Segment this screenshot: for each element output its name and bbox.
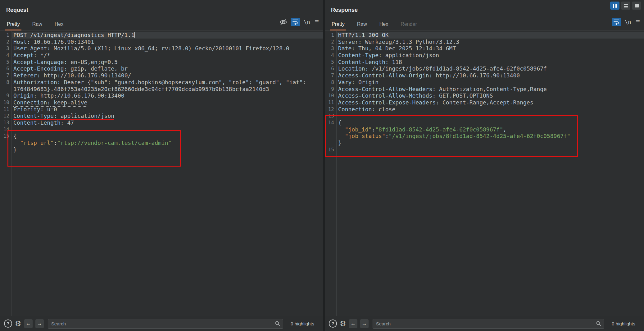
request-editor-toolbar: \n ≡ bbox=[279, 18, 320, 26]
line-number: 13 bbox=[0, 119, 11, 126]
window-layout-buttons bbox=[610, 2, 641, 10]
line-number bbox=[0, 86, 11, 93]
request-panel-title: Request bbox=[6, 7, 28, 13]
word-wrap-icon bbox=[613, 19, 619, 25]
code-lines: 1POST /v1/ingest/diagnostics HTTP/1.12Ho… bbox=[0, 31, 323, 153]
response-search-bar: ? ⚙ ← → 0 highlights bbox=[325, 316, 644, 331]
highlight-count: 0 highlights bbox=[607, 321, 640, 326]
line-number: 3 bbox=[0, 45, 11, 52]
text-cursor bbox=[134, 32, 135, 38]
code-row: 5Content-Length: 118 bbox=[325, 59, 644, 66]
tab-pretty[interactable]: Pretty bbox=[331, 21, 345, 30]
line-number: 9 bbox=[325, 86, 336, 93]
layout-columns-button[interactable] bbox=[610, 2, 619, 10]
line-number: 1 bbox=[0, 32, 11, 39]
tab-hex[interactable]: Hex bbox=[54, 21, 64, 30]
line-number: 1 bbox=[325, 32, 336, 39]
highlight-count: 0 highlights bbox=[286, 321, 319, 326]
help-icon[interactable]: ? bbox=[329, 320, 337, 328]
line-number: 4 bbox=[325, 52, 336, 59]
editor-menu-icon[interactable]: ≡ bbox=[635, 18, 641, 25]
line-number: 7 bbox=[325, 72, 336, 79]
single-pane-icon bbox=[635, 4, 639, 7]
settings-gear-icon[interactable]: ⚙ bbox=[340, 320, 346, 327]
tab-raw[interactable]: Raw bbox=[356, 21, 368, 30]
line-number: 13 bbox=[325, 113, 336, 119]
editor-menu-icon[interactable]: ≡ bbox=[314, 18, 320, 25]
response-panel: Response PrettyRawHexRender \n ≡ 1HTTP/1… bbox=[325, 0, 644, 331]
search-input[interactable] bbox=[48, 319, 283, 329]
tab-raw[interactable]: Raw bbox=[32, 21, 43, 30]
line-number: 4 bbox=[0, 52, 11, 59]
code-lines: 1HTTP/1.1 200 OK2Server: Werkzeug/3.1.3 … bbox=[325, 31, 644, 153]
line-number: 7 bbox=[0, 72, 11, 79]
search-prev-button[interactable]: ← bbox=[349, 319, 357, 328]
line-number: 11 bbox=[325, 99, 336, 106]
line-number: 2 bbox=[0, 39, 11, 45]
code-row: 12Connection: close bbox=[325, 106, 644, 113]
code-row: 14 bbox=[0, 126, 323, 133]
search-field-wrap bbox=[48, 319, 283, 329]
line-number: 10 bbox=[325, 92, 336, 99]
line-number: 6 bbox=[0, 65, 11, 72]
code-row: 7Referer: http://10.66.176.90:13400/ bbox=[0, 72, 323, 79]
code-row: 5Accept-Language: en-US,en;q=0.5 bbox=[0, 59, 323, 66]
line-number: 3 bbox=[325, 45, 336, 52]
line-number bbox=[325, 126, 336, 133]
word-wrap-toggle-button[interactable] bbox=[291, 18, 300, 26]
line-number: 6 bbox=[325, 65, 336, 72]
layout-single-button[interactable] bbox=[632, 2, 641, 10]
tab-render: Render bbox=[400, 21, 417, 30]
newline-toggle-button[interactable]: \n bbox=[624, 19, 632, 25]
response-panel-title: Response bbox=[331, 7, 358, 13]
line-number: 14 bbox=[0, 126, 11, 133]
layout-rows-button[interactable] bbox=[621, 2, 630, 10]
line-number: 14 bbox=[325, 119, 336, 126]
tab-list: PrettyRawHexRender bbox=[331, 16, 418, 30]
search-next-button[interactable]: → bbox=[360, 319, 369, 328]
code-row: 3Date: Thu, 04 Dec 2025 12:14:34 GMT bbox=[325, 45, 644, 52]
code-row: 9Origin: http://10.66.176.90:13400 bbox=[0, 92, 323, 99]
response-editor[interactable]: 1HTTP/1.1 200 OK2Server: Werkzeug/3.1.3 … bbox=[325, 31, 644, 316]
line-number: 15 bbox=[325, 146, 336, 153]
search-prev-button[interactable]: ← bbox=[24, 319, 33, 328]
line-number: 10 bbox=[0, 99, 11, 106]
code-row: 4Content-Type: application/json bbox=[325, 52, 644, 59]
help-icon[interactable]: ? bbox=[4, 320, 12, 328]
code-row: "job_id":"8fd1d1ad-8542-4d25-afe4-62f0c0… bbox=[325, 126, 644, 133]
search-icon bbox=[596, 321, 601, 326]
code-row: 6Location: /v1/ingest/jobs/8fd1d1ad-8542… bbox=[325, 65, 644, 72]
line-number: 12 bbox=[0, 113, 11, 119]
newline-toggle-button[interactable]: \n bbox=[303, 19, 311, 25]
response-tab-bar: PrettyRawHexRender bbox=[325, 16, 644, 31]
code-row: "rtsp_url":"rtsp://vendor-cam.test/cam-a… bbox=[0, 140, 323, 146]
code-row: 14{ bbox=[325, 119, 644, 126]
search-input[interactable] bbox=[373, 319, 604, 329]
word-wrap-icon bbox=[292, 19, 298, 25]
tab-list: PrettyRawHex bbox=[6, 16, 64, 30]
response-editor-toolbar: \n ≡ bbox=[612, 18, 641, 26]
tab-pretty[interactable]: Pretty bbox=[6, 21, 20, 30]
code-row: 1POST /v1/ingest/diagnostics HTTP/1.1 bbox=[0, 32, 323, 39]
line-number: 9 bbox=[0, 92, 11, 99]
tab-hex[interactable]: Hex bbox=[379, 21, 389, 30]
code-row: 2Host: 10.66.176.90:13401 bbox=[0, 39, 323, 45]
code-row: 10Access-Control-Allow-Methods: GET,POST… bbox=[325, 92, 644, 99]
code-row: "job_status":"/v1/ingest/jobs/8fd1d1ad-8… bbox=[325, 133, 644, 140]
request-search-bar: ? ⚙ ← → 0 highlights bbox=[0, 316, 323, 331]
settings-gear-icon[interactable]: ⚙ bbox=[15, 320, 21, 327]
line-number bbox=[0, 140, 11, 146]
eye-slash-icon bbox=[279, 18, 288, 26]
search-field-wrap bbox=[373, 319, 604, 329]
code-row: 12Content-Type: application/json bbox=[0, 113, 323, 119]
word-wrap-toggle-button[interactable] bbox=[612, 18, 621, 26]
line-number bbox=[325, 133, 336, 140]
code-row: 10Connection: keep-alive bbox=[0, 99, 323, 106]
hide-nonprintable-button[interactable] bbox=[279, 18, 288, 26]
line-number: 8 bbox=[0, 79, 11, 86]
search-next-button[interactable]: → bbox=[35, 319, 44, 328]
request-editor[interactable]: 1POST /v1/ingest/diagnostics HTTP/1.12Ho… bbox=[0, 31, 323, 316]
code-row: 13 bbox=[325, 113, 644, 119]
code-row: 15{ bbox=[0, 133, 323, 140]
search-icon bbox=[275, 321, 280, 326]
